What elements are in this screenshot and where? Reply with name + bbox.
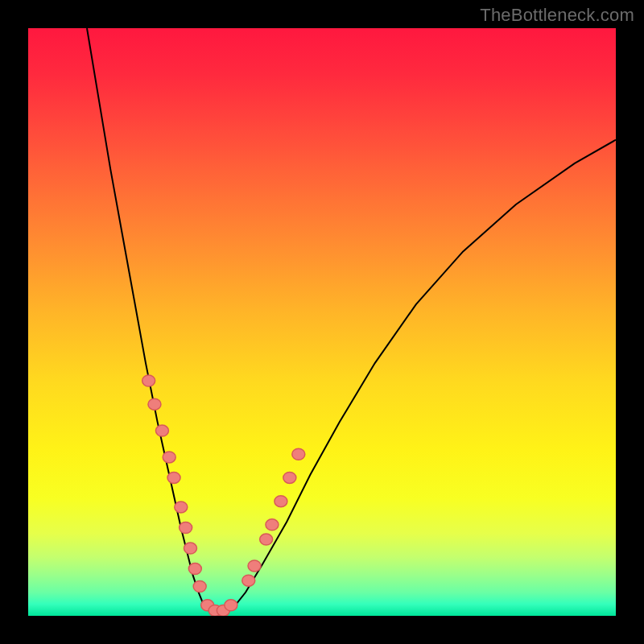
data-point [248,560,261,572]
data-point [188,564,201,575]
data-point [167,472,180,483]
data-point [163,452,175,463]
data-point [175,502,188,513]
data-point [180,522,192,534]
chart-frame: TheBottleneck.com [0,0,644,644]
data-point [225,600,237,611]
curve-left-branch [87,28,204,607]
data-point [193,581,206,592]
curve-right-branch [234,140,617,607]
data-point [148,398,161,410]
data-point [155,425,168,436]
data-point [142,375,155,386]
data-point [184,543,196,554]
data-point [283,472,296,483]
data-point [260,534,273,545]
data-point [266,519,279,530]
watermark-text: TheBottleneck.com [480,5,634,26]
chart-overlay [28,28,616,616]
data-point [275,496,287,507]
data-point [292,448,305,460]
data-points [142,375,305,616]
chart-plot-area [28,28,616,616]
data-point [242,575,255,586]
